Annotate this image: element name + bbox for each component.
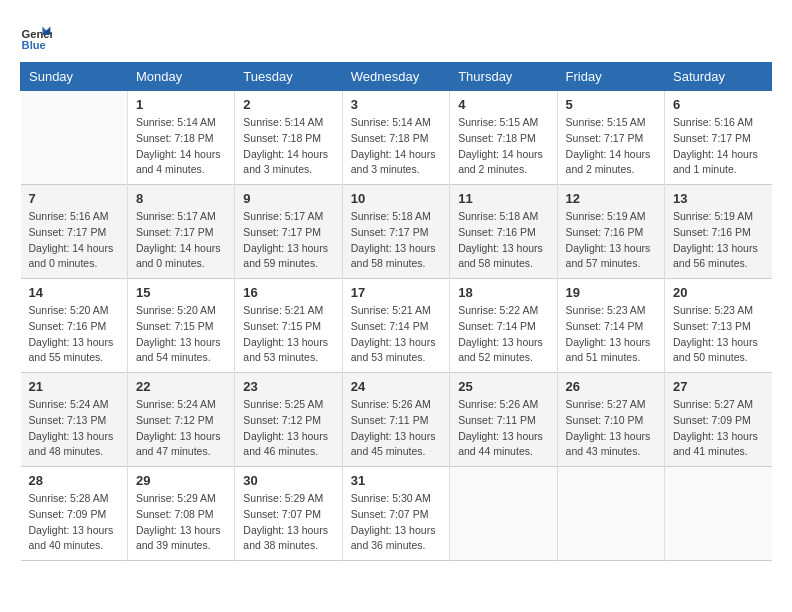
calendar-cell: 9Sunrise: 5:17 AM Sunset: 7:17 PM Daylig… bbox=[235, 185, 342, 279]
day-info: Sunrise: 5:16 AM Sunset: 7:17 PM Dayligh… bbox=[673, 115, 763, 178]
day-number: 13 bbox=[673, 191, 763, 206]
calendar-cell: 19Sunrise: 5:23 AM Sunset: 7:14 PM Dayli… bbox=[557, 279, 664, 373]
calendar-week-row: 7Sunrise: 5:16 AM Sunset: 7:17 PM Daylig… bbox=[21, 185, 772, 279]
calendar-cell: 16Sunrise: 5:21 AM Sunset: 7:15 PM Dayli… bbox=[235, 279, 342, 373]
day-number: 24 bbox=[351, 379, 441, 394]
day-number: 6 bbox=[673, 97, 763, 112]
calendar-cell: 5Sunrise: 5:15 AM Sunset: 7:17 PM Daylig… bbox=[557, 91, 664, 185]
day-info: Sunrise: 5:21 AM Sunset: 7:15 PM Dayligh… bbox=[243, 303, 333, 366]
calendar-cell: 25Sunrise: 5:26 AM Sunset: 7:11 PM Dayli… bbox=[450, 373, 557, 467]
day-number: 31 bbox=[351, 473, 441, 488]
page-header: General Blue bbox=[20, 20, 772, 52]
header-cell-friday: Friday bbox=[557, 63, 664, 91]
calendar-week-row: 14Sunrise: 5:20 AM Sunset: 7:16 PM Dayli… bbox=[21, 279, 772, 373]
day-number: 25 bbox=[458, 379, 548, 394]
calendar-cell: 23Sunrise: 5:25 AM Sunset: 7:12 PM Dayli… bbox=[235, 373, 342, 467]
day-info: Sunrise: 5:29 AM Sunset: 7:08 PM Dayligh… bbox=[136, 491, 226, 554]
calendar-cell: 30Sunrise: 5:29 AM Sunset: 7:07 PM Dayli… bbox=[235, 467, 342, 561]
day-info: Sunrise: 5:17 AM Sunset: 7:17 PM Dayligh… bbox=[243, 209, 333, 272]
day-info: Sunrise: 5:19 AM Sunset: 7:16 PM Dayligh… bbox=[566, 209, 656, 272]
day-info: Sunrise: 5:14 AM Sunset: 7:18 PM Dayligh… bbox=[243, 115, 333, 178]
header-cell-thursday: Thursday bbox=[450, 63, 557, 91]
day-info: Sunrise: 5:25 AM Sunset: 7:12 PM Dayligh… bbox=[243, 397, 333, 460]
calendar-cell: 27Sunrise: 5:27 AM Sunset: 7:09 PM Dayli… bbox=[665, 373, 772, 467]
day-info: Sunrise: 5:28 AM Sunset: 7:09 PM Dayligh… bbox=[29, 491, 119, 554]
day-info: Sunrise: 5:18 AM Sunset: 7:16 PM Dayligh… bbox=[458, 209, 548, 272]
day-number: 30 bbox=[243, 473, 333, 488]
day-info: Sunrise: 5:22 AM Sunset: 7:14 PM Dayligh… bbox=[458, 303, 548, 366]
logo: General Blue bbox=[20, 20, 60, 52]
calendar-cell: 1Sunrise: 5:14 AM Sunset: 7:18 PM Daylig… bbox=[127, 91, 234, 185]
calendar-cell: 12Sunrise: 5:19 AM Sunset: 7:16 PM Dayli… bbox=[557, 185, 664, 279]
calendar-cell: 14Sunrise: 5:20 AM Sunset: 7:16 PM Dayli… bbox=[21, 279, 128, 373]
day-number: 5 bbox=[566, 97, 656, 112]
calendar-cell: 3Sunrise: 5:14 AM Sunset: 7:18 PM Daylig… bbox=[342, 91, 449, 185]
calendar-cell: 15Sunrise: 5:20 AM Sunset: 7:15 PM Dayli… bbox=[127, 279, 234, 373]
header-cell-saturday: Saturday bbox=[665, 63, 772, 91]
day-number: 26 bbox=[566, 379, 656, 394]
calendar-cell: 4Sunrise: 5:15 AM Sunset: 7:18 PM Daylig… bbox=[450, 91, 557, 185]
day-number: 22 bbox=[136, 379, 226, 394]
day-number: 20 bbox=[673, 285, 763, 300]
calendar-week-row: 1Sunrise: 5:14 AM Sunset: 7:18 PM Daylig… bbox=[21, 91, 772, 185]
calendar-cell: 28Sunrise: 5:28 AM Sunset: 7:09 PM Dayli… bbox=[21, 467, 128, 561]
calendar-cell: 22Sunrise: 5:24 AM Sunset: 7:12 PM Dayli… bbox=[127, 373, 234, 467]
day-number: 18 bbox=[458, 285, 548, 300]
day-info: Sunrise: 5:27 AM Sunset: 7:10 PM Dayligh… bbox=[566, 397, 656, 460]
day-number: 14 bbox=[29, 285, 119, 300]
calendar-cell: 2Sunrise: 5:14 AM Sunset: 7:18 PM Daylig… bbox=[235, 91, 342, 185]
calendar-week-row: 28Sunrise: 5:28 AM Sunset: 7:09 PM Dayli… bbox=[21, 467, 772, 561]
day-number: 17 bbox=[351, 285, 441, 300]
header-cell-monday: Monday bbox=[127, 63, 234, 91]
day-info: Sunrise: 5:23 AM Sunset: 7:14 PM Dayligh… bbox=[566, 303, 656, 366]
header-cell-tuesday: Tuesday bbox=[235, 63, 342, 91]
day-number: 8 bbox=[136, 191, 226, 206]
day-number: 1 bbox=[136, 97, 226, 112]
day-info: Sunrise: 5:24 AM Sunset: 7:12 PM Dayligh… bbox=[136, 397, 226, 460]
calendar-cell: 18Sunrise: 5:22 AM Sunset: 7:14 PM Dayli… bbox=[450, 279, 557, 373]
calendar-cell: 10Sunrise: 5:18 AM Sunset: 7:17 PM Dayli… bbox=[342, 185, 449, 279]
day-number: 4 bbox=[458, 97, 548, 112]
calendar-cell: 7Sunrise: 5:16 AM Sunset: 7:17 PM Daylig… bbox=[21, 185, 128, 279]
day-info: Sunrise: 5:15 AM Sunset: 7:17 PM Dayligh… bbox=[566, 115, 656, 178]
day-info: Sunrise: 5:19 AM Sunset: 7:16 PM Dayligh… bbox=[673, 209, 763, 272]
day-info: Sunrise: 5:29 AM Sunset: 7:07 PM Dayligh… bbox=[243, 491, 333, 554]
calendar-cell: 20Sunrise: 5:23 AM Sunset: 7:13 PM Dayli… bbox=[665, 279, 772, 373]
day-info: Sunrise: 5:26 AM Sunset: 7:11 PM Dayligh… bbox=[458, 397, 548, 460]
day-number: 15 bbox=[136, 285, 226, 300]
day-info: Sunrise: 5:15 AM Sunset: 7:18 PM Dayligh… bbox=[458, 115, 548, 178]
calendar-cell bbox=[450, 467, 557, 561]
day-number: 2 bbox=[243, 97, 333, 112]
day-info: Sunrise: 5:20 AM Sunset: 7:15 PM Dayligh… bbox=[136, 303, 226, 366]
day-number: 11 bbox=[458, 191, 548, 206]
header-cell-sunday: Sunday bbox=[21, 63, 128, 91]
calendar-table: SundayMondayTuesdayWednesdayThursdayFrid… bbox=[20, 62, 772, 561]
calendar-cell: 21Sunrise: 5:24 AM Sunset: 7:13 PM Dayli… bbox=[21, 373, 128, 467]
calendar-cell: 8Sunrise: 5:17 AM Sunset: 7:17 PM Daylig… bbox=[127, 185, 234, 279]
day-info: Sunrise: 5:24 AM Sunset: 7:13 PM Dayligh… bbox=[29, 397, 119, 460]
header-cell-wednesday: Wednesday bbox=[342, 63, 449, 91]
day-info: Sunrise: 5:21 AM Sunset: 7:14 PM Dayligh… bbox=[351, 303, 441, 366]
calendar-cell: 29Sunrise: 5:29 AM Sunset: 7:08 PM Dayli… bbox=[127, 467, 234, 561]
day-number: 23 bbox=[243, 379, 333, 394]
day-info: Sunrise: 5:20 AM Sunset: 7:16 PM Dayligh… bbox=[29, 303, 119, 366]
calendar-cell: 17Sunrise: 5:21 AM Sunset: 7:14 PM Dayli… bbox=[342, 279, 449, 373]
day-info: Sunrise: 5:14 AM Sunset: 7:18 PM Dayligh… bbox=[136, 115, 226, 178]
calendar-cell bbox=[665, 467, 772, 561]
day-info: Sunrise: 5:23 AM Sunset: 7:13 PM Dayligh… bbox=[673, 303, 763, 366]
day-number: 16 bbox=[243, 285, 333, 300]
calendar-week-row: 21Sunrise: 5:24 AM Sunset: 7:13 PM Dayli… bbox=[21, 373, 772, 467]
calendar-cell: 11Sunrise: 5:18 AM Sunset: 7:16 PM Dayli… bbox=[450, 185, 557, 279]
day-number: 28 bbox=[29, 473, 119, 488]
day-number: 10 bbox=[351, 191, 441, 206]
day-info: Sunrise: 5:30 AM Sunset: 7:07 PM Dayligh… bbox=[351, 491, 441, 554]
calendar-cell: 13Sunrise: 5:19 AM Sunset: 7:16 PM Dayli… bbox=[665, 185, 772, 279]
svg-text:Blue: Blue bbox=[22, 39, 46, 51]
day-number: 3 bbox=[351, 97, 441, 112]
day-info: Sunrise: 5:17 AM Sunset: 7:17 PM Dayligh… bbox=[136, 209, 226, 272]
day-info: Sunrise: 5:18 AM Sunset: 7:17 PM Dayligh… bbox=[351, 209, 441, 272]
calendar-cell: 24Sunrise: 5:26 AM Sunset: 7:11 PM Dayli… bbox=[342, 373, 449, 467]
calendar-cell bbox=[557, 467, 664, 561]
calendar-cell bbox=[21, 91, 128, 185]
day-info: Sunrise: 5:14 AM Sunset: 7:18 PM Dayligh… bbox=[351, 115, 441, 178]
